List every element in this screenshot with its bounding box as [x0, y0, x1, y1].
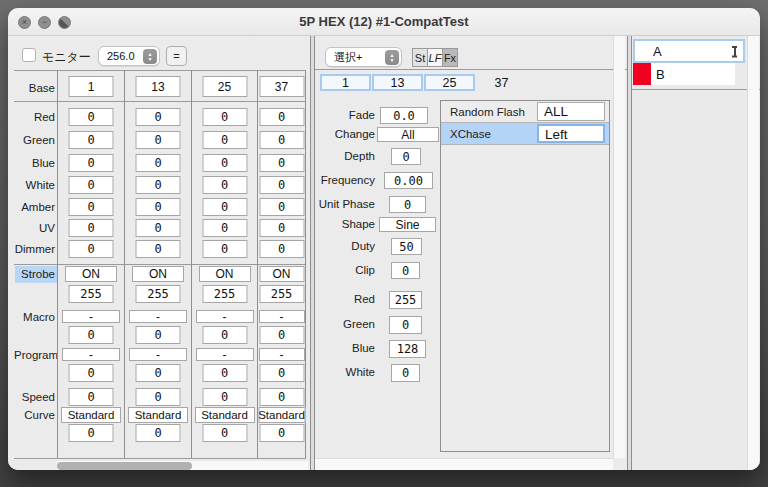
- macro-mode-field[interactable]: -: [259, 310, 305, 323]
- select-mode-dropdown[interactable]: 選択+ ▲▼: [325, 47, 402, 67]
- white-field[interactable]: 0: [202, 176, 247, 194]
- horizontal-scrollbar-track[interactable]: [57, 461, 308, 470]
- unit-phase-field[interactable]: 0: [389, 196, 426, 213]
- macro-value-field[interactable]: 0: [202, 326, 247, 344]
- red-field[interactable]: 0: [69, 108, 114, 126]
- red-field[interactable]: 255: [389, 291, 422, 309]
- stepper-icon[interactable]: ▲▼: [385, 50, 399, 65]
- speed-field[interactable]: 0: [69, 388, 114, 406]
- program-mode-field[interactable]: -: [259, 348, 305, 361]
- red-field[interactable]: 0: [136, 108, 181, 126]
- color-swatch-red[interactable]: [633, 63, 651, 85]
- program-value-field[interactable]: 0: [202, 364, 247, 382]
- strobe-mode-field[interactable]: ON: [132, 266, 184, 282]
- change-field[interactable]: All: [377, 127, 439, 142]
- strobe-mode-field[interactable]: ON: [199, 266, 251, 282]
- curve-value-field[interactable]: 0: [202, 424, 247, 442]
- effect-row-random-flash[interactable]: Random Flash ALL: [441, 101, 609, 123]
- speed-field[interactable]: 0: [202, 388, 247, 406]
- macro-mode-field[interactable]: -: [129, 310, 187, 323]
- white-field[interactable]: 0: [391, 364, 420, 382]
- strobe-value-field[interactable]: 255: [202, 285, 247, 303]
- monitor-checkbox[interactable]: [22, 48, 36, 62]
- green-field[interactable]: 0: [389, 316, 422, 334]
- tab-base-37[interactable]: 37: [476, 74, 527, 91]
- row-label-curve[interactable]: Curve: [14, 409, 55, 421]
- dimmer-field[interactable]: 0: [202, 240, 247, 258]
- green-field[interactable]: 0: [136, 131, 181, 149]
- effect-row-xchase[interactable]: XChase Left: [441, 123, 609, 145]
- curve-mode-field[interactable]: Standard: [61, 407, 121, 423]
- macro-mode-field[interactable]: -: [196, 310, 254, 323]
- row-label-macro[interactable]: Macro: [14, 311, 55, 323]
- speed-field[interactable]: 0: [136, 388, 181, 406]
- monitor-value-spinner[interactable]: 256.0 ▲▼: [98, 46, 160, 66]
- uv-field[interactable]: 0: [259, 219, 304, 237]
- depth-field[interactable]: 0: [391, 148, 421, 165]
- program-value-field[interactable]: 0: [69, 364, 114, 382]
- row-label-strobe[interactable]: Strobe: [15, 266, 57, 283]
- clip-field[interactable]: 0: [391, 262, 420, 279]
- equals-button[interactable]: =: [166, 46, 187, 66]
- fade-field[interactable]: 0.0: [380, 107, 428, 124]
- lf-button[interactable]: LF: [427, 48, 443, 67]
- frequency-field[interactable]: 0.00: [384, 172, 433, 189]
- program-value-field[interactable]: 0: [259, 364, 304, 382]
- tab-base-13[interactable]: 13: [372, 74, 423, 91]
- red-field[interactable]: 0: [259, 108, 304, 126]
- curve-mode-field[interactable]: Standard: [128, 407, 188, 423]
- white-field[interactable]: 0: [136, 176, 181, 194]
- scene-item-b[interactable]: B: [651, 63, 735, 85]
- base-field[interactable]: 25: [202, 76, 247, 97]
- curve-mode-field[interactable]: Standard: [258, 407, 305, 423]
- dimmer-field[interactable]: 0: [136, 240, 181, 258]
- blue-field[interactable]: 0: [136, 154, 181, 172]
- vertical-scrollbar-track[interactable]: [747, 36, 759, 470]
- program-mode-field[interactable]: -: [62, 348, 120, 361]
- blue-field[interactable]: 0: [202, 154, 247, 172]
- strobe-value-field[interactable]: 255: [259, 285, 304, 303]
- curve-value-field[interactable]: 0: [259, 424, 304, 442]
- duty-field[interactable]: 50: [391, 238, 422, 255]
- blue-field[interactable]: 128: [389, 340, 426, 358]
- vertical-scrollbar-track[interactable]: [613, 36, 625, 458]
- curve-value-field[interactable]: 0: [136, 424, 181, 442]
- row-label-speed[interactable]: Speed: [14, 391, 55, 403]
- st-button[interactable]: St: [412, 48, 428, 67]
- xchase-field[interactable]: Left: [537, 124, 605, 143]
- macro-value-field[interactable]: 0: [259, 326, 304, 344]
- stepper-icon[interactable]: ▲▼: [143, 49, 157, 64]
- row-label-white[interactable]: White: [14, 179, 55, 191]
- row-label-dimmer[interactable]: Dimmer: [14, 243, 55, 255]
- curve-value-field[interactable]: 0: [69, 424, 114, 442]
- title-bar[interactable]: × − 5P HEX (12) #1-CompatTest: [8, 8, 760, 36]
- uv-field[interactable]: 0: [136, 219, 181, 237]
- strobe-mode-field[interactable]: ON: [259, 266, 304, 282]
- base-field[interactable]: 37: [259, 76, 304, 97]
- row-label-red[interactable]: Red: [14, 111, 55, 123]
- green-field[interactable]: 0: [202, 131, 247, 149]
- macro-value-field[interactable]: 0: [69, 326, 114, 344]
- red-field[interactable]: 0: [202, 108, 247, 126]
- tab-base-1[interactable]: 1: [320, 74, 371, 91]
- program-mode-field[interactable]: -: [196, 348, 254, 361]
- blue-field[interactable]: 0: [69, 154, 114, 172]
- fx-button[interactable]: Fx: [442, 48, 458, 67]
- curve-mode-field[interactable]: Standard: [195, 407, 255, 423]
- base-field[interactable]: 1: [69, 76, 114, 97]
- row-label-uv[interactable]: UV: [14, 222, 55, 234]
- strobe-value-field[interactable]: 255: [136, 285, 181, 303]
- amber-field[interactable]: 0: [202, 198, 247, 216]
- horizontal-scrollbar-thumb[interactable]: [57, 462, 192, 470]
- macro-mode-field[interactable]: -: [62, 310, 120, 323]
- row-label-amber[interactable]: Amber: [14, 201, 55, 213]
- random-flash-field[interactable]: ALL: [537, 102, 605, 121]
- horizontal-scrollbar-track[interactable]: [315, 458, 613, 470]
- green-field[interactable]: 0: [69, 131, 114, 149]
- dimmer-field[interactable]: 0: [69, 240, 114, 258]
- row-label-blue[interactable]: Blue: [14, 157, 55, 169]
- amber-field[interactable]: 0: [69, 198, 114, 216]
- blue-field[interactable]: 0: [259, 154, 304, 172]
- base-field[interactable]: 13: [136, 76, 181, 97]
- amber-field[interactable]: 0: [136, 198, 181, 216]
